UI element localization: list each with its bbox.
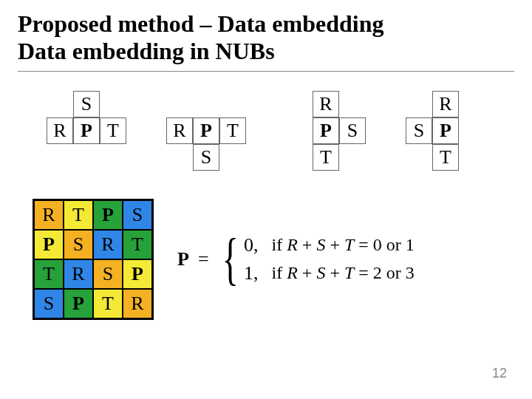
- case-condition: if R + S + T = 0 or 1: [272, 235, 415, 255]
- nub-cell-p: P: [432, 117, 459, 144]
- nub-cell-p: P: [193, 117, 219, 144]
- grid-cell: R: [93, 230, 123, 259]
- nub-cell: S: [406, 117, 432, 144]
- nub-shape-3: R P S T: [286, 91, 366, 171]
- nub-cell: R: [47, 117, 73, 144]
- grid-cell: T: [64, 200, 93, 230]
- grid-cell: P: [93, 200, 123, 230]
- grid-cell: T: [34, 259, 64, 289]
- title-line-2: Data embedding in NUBs: [18, 38, 275, 64]
- grid-cell: S: [34, 289, 64, 318]
- title-divider: [18, 71, 514, 72]
- slide-title: Proposed method – Data embedding Data em…: [18, 10, 514, 65]
- nub-cell: T: [219, 117, 246, 144]
- page-number: 12: [492, 366, 507, 381]
- case-condition: if R + S + T = 2 or 3: [272, 263, 415, 283]
- grid-cell: T: [123, 230, 152, 259]
- grid-cell: R: [123, 289, 152, 318]
- nub-configurations-row: S R P T R P T S R P S T: [47, 91, 485, 171]
- grid-cell: S: [93, 259, 123, 289]
- nub-cell: T: [432, 144, 459, 171]
- grid-cell: P: [123, 259, 152, 289]
- left-brace-icon: {: [222, 237, 238, 282]
- grid-cell: R: [34, 200, 64, 230]
- nub-shape-4: R S P T: [406, 91, 485, 171]
- case-value: 0,: [244, 234, 259, 256]
- grid-cell: T: [93, 289, 123, 318]
- p-definition-equation: P = { 0, if R + S + T = 0 or 1 1, if R +…: [177, 234, 415, 284]
- nub-cell: S: [73, 91, 100, 117]
- equation-lhs: P: [177, 248, 191, 270]
- nub-shape-2: R P T S: [166, 91, 246, 171]
- nub-cell: S: [339, 117, 366, 144]
- title-line-1: Proposed method – Data embedding: [18, 10, 383, 37]
- nub-cell: T: [313, 144, 339, 171]
- color-grid-4x4: RTPSPSRTTRSPSPTR: [33, 199, 154, 320]
- nub-cell: R: [313, 91, 339, 117]
- main-row: RTPSPSRTTRSPSPTR P = { 0, if R + S + T =…: [33, 199, 514, 320]
- grid-cell: P: [64, 289, 93, 318]
- nub-cell: R: [166, 117, 193, 144]
- nub-shape-1: S R P T: [47, 91, 126, 171]
- grid-cell: R: [64, 259, 93, 289]
- nub-cell-p: P: [313, 117, 339, 144]
- equals-sign: =: [195, 248, 212, 270]
- grid-cell: S: [64, 230, 93, 259]
- nub-cell: R: [432, 91, 459, 117]
- nub-cell: S: [193, 144, 219, 171]
- nub-cell-p: P: [73, 117, 100, 144]
- nub-cell: T: [100, 117, 126, 144]
- grid-cell: P: [34, 230, 64, 259]
- equation-cases: 0, if R + S + T = 0 or 1 1, if R + S + T…: [244, 234, 415, 284]
- grid-cell: S: [123, 200, 152, 230]
- case-value: 1,: [244, 262, 259, 284]
